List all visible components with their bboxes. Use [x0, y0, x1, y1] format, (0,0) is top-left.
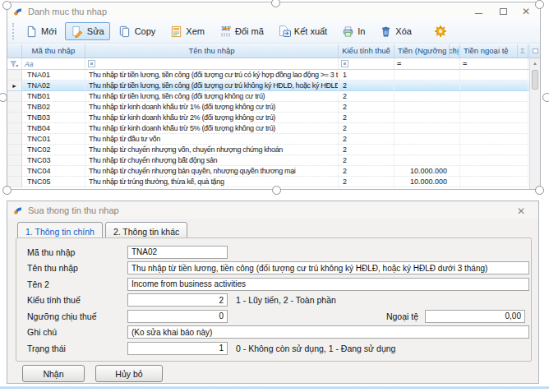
- column-header-foreign-currency-label: Tiền ngoại tệ: [464, 46, 509, 55]
- cell-foreign-currency: [460, 145, 528, 155]
- copy-icon: [118, 25, 131, 38]
- minimize-button[interactable]: [468, 5, 489, 18]
- edit-button[interactable]: Sửa: [65, 22, 110, 40]
- filter-cell-indicator[interactable]: [7, 58, 22, 69]
- cell-threshold: 10.000.000: [394, 166, 460, 177]
- currency-input[interactable]: [425, 310, 525, 323]
- scrollbar-corner[interactable]: [530, 44, 540, 58]
- note-input[interactable]: [127, 325, 529, 339]
- cell-threshold: [394, 102, 460, 113]
- table-row[interactable]: TNB02Thu nhập từ kinh doanh khấu trừ 1% …: [7, 102, 529, 113]
- accept-button[interactable]: Nhận: [22, 365, 85, 382]
- row-indicator: [7, 102, 22, 113]
- form-row-name2: Tên 2: [16, 276, 531, 293]
- copy-button[interactable]: Copy: [113, 22, 162, 40]
- filter-funnel-icon: [10, 60, 19, 68]
- code-input[interactable]: [127, 246, 228, 259]
- toolbar-grip[interactable]: [12, 23, 15, 39]
- cell-foreign-currency: [460, 134, 528, 145]
- row-indicator: [7, 145, 22, 155]
- column-header-foreign-currency[interactable]: Tiền ngoại tệΣ: [460, 44, 528, 58]
- cell-tax-type: 2: [339, 155, 394, 166]
- selection-handle[interactable]: [542, 93, 549, 102]
- column-header-tax-type[interactable]: Kiểu tính thuế: [339, 44, 394, 58]
- table-row[interactable]: TNC02Thu nhập từ chuyển nhượng vốn, chuy…: [7, 145, 529, 155]
- form-row-status: Trạng thái 0 - Không còn sử dụng, 1 - Đa…: [16, 340, 531, 357]
- selection-handle[interactable]: [271, 0, 280, 7]
- selection-handle[interactable]: [0, 93, 7, 102]
- cell-foreign-currency: [460, 113, 528, 123]
- filter-cell-tax-type[interactable]: [339, 58, 394, 69]
- column-header-name[interactable]: Tên thu nhập: [85, 44, 339, 58]
- filter-cell-threshold[interactable]: =: [394, 58, 460, 69]
- row-indicator: ►: [7, 81, 22, 91]
- cancel-button[interactable]: Hủy bỏ: [95, 365, 163, 382]
- name2-input[interactable]: [127, 278, 529, 291]
- table-row[interactable]: TNC01Thu nhập từ đầu tư vốn2: [7, 134, 529, 145]
- dialog-titlebar[interactable]: Sua thong tin thu nhap ✕: [7, 201, 538, 219]
- scrollbar-thumb[interactable]: [532, 70, 538, 90]
- column-header-threshold[interactable]: Tiền (Ngưỡng chịΣ: [394, 44, 460, 58]
- tab-other-info[interactable]: 2. Thông tin khác: [105, 222, 187, 238]
- export-button[interactable]: Kết xuất: [272, 22, 333, 40]
- column-header-code[interactable]: Mã thu nhập: [22, 44, 85, 58]
- row-indicator: [7, 166, 22, 177]
- cell-tax-type: 2: [339, 102, 394, 113]
- sum-icon[interactable]: Σ: [449, 44, 459, 58]
- table-row[interactable]: TNB04Thu nhập từ kinh doanh khấu trừ 5% …: [7, 123, 529, 134]
- cell-tax-type: 1: [339, 70, 394, 81]
- view-document-icon: [169, 25, 182, 38]
- tab-main-info[interactable]: 1. Thông tin chính: [17, 222, 103, 238]
- selection-handle[interactable]: [535, 186, 544, 195]
- cell-tax-type: 2: [339, 134, 394, 145]
- cell-code: TNB02: [22, 102, 85, 113]
- delete-button[interactable]: Xóa: [373, 22, 418, 40]
- close-button[interactable]: ✕: [515, 5, 537, 18]
- selection-handle[interactable]: [272, 186, 281, 195]
- table-row[interactable]: TNB01Thu nhập từ tiền lương, tiền công (…: [7, 91, 529, 102]
- threshold-input[interactable]: [127, 310, 228, 323]
- table-row[interactable]: TNB03Thu nhập từ kinh doanh khấu trừ 2% …: [7, 113, 529, 123]
- table-row[interactable]: TNC03Thu nhập từ chuyển nhượng bất động …: [7, 155, 529, 166]
- app-icon: [13, 7, 23, 16]
- settings-button[interactable]: [428, 22, 453, 40]
- sum-icon[interactable]: Σ: [517, 44, 528, 58]
- cell-code: TNA01: [22, 70, 85, 81]
- cell-foreign-currency: [460, 91, 528, 102]
- cell-threshold: [394, 123, 460, 134]
- scroll-up-button[interactable]: ▲: [530, 58, 540, 69]
- minimize-icon: [475, 13, 482, 14]
- selection-handle[interactable]: [2, 1, 12, 10]
- table-row[interactable]: ►TNA02Thu nhập từ tiền lương, tiền công …: [7, 81, 529, 91]
- status-input[interactable]: [127, 342, 228, 355]
- change-code-button[interactable]: 111 Đổi mã: [213, 22, 270, 40]
- tax-type-input[interactable]: [127, 293, 228, 307]
- new-button[interactable]: Mới: [19, 22, 62, 40]
- form-row-tax-type: Kiểu tính thuế 1 - Lũy tiến, 2 - Toàn ph…: [16, 293, 531, 309]
- maximize-button[interactable]: [492, 5, 514, 18]
- table-row[interactable]: TNC04Thu nhập từ chuyển nhượng bản quyền…: [7, 166, 529, 177]
- edit-button-label: Sửa: [87, 26, 104, 36]
- selection-handle[interactable]: [535, 0, 544, 9]
- printer-icon: [341, 25, 354, 38]
- vertical-scrollbar[interactable]: ▲: [529, 44, 540, 189]
- edit-pencil-icon: [71, 25, 84, 38]
- cell-name: Thu nhập từ trúng thưởng, thừa kế, quà t…: [85, 177, 339, 187]
- dialog-close-button[interactable]: ✕: [510, 205, 532, 218]
- filter-cell-name[interactable]: [85, 58, 339, 69]
- view-button[interactable]: Xem: [164, 22, 210, 40]
- table-row[interactable]: TNA01Thu nhập từ tiền lương, tiền công (…: [7, 70, 529, 81]
- cell-tax-type: 2: [339, 81, 394, 91]
- status-label: Trạng thái: [27, 344, 127, 353]
- cell-foreign-currency: [460, 155, 528, 166]
- edit-dialog: Sua thong tin thu nhap ✕ 1. Thông tin ch…: [7, 201, 539, 384]
- row-indicator: [7, 70, 22, 81]
- table-row[interactable]: TNC05Thu nhập từ trúng thưởng, thừa kế, …: [7, 177, 529, 187]
- print-button[interactable]: In: [335, 22, 371, 40]
- filter-sort-icon: Aa: [25, 60, 33, 68]
- selection-handle[interactable]: [2, 186, 12, 195]
- name-input[interactable]: [127, 261, 529, 274]
- filter-cell-foreign-currency[interactable]: =: [460, 58, 528, 69]
- cell-name: Thu nhập từ kinh doanh khấu trừ 2% (đối …: [85, 113, 339, 123]
- filter-cell-code[interactable]: Aa: [22, 58, 85, 69]
